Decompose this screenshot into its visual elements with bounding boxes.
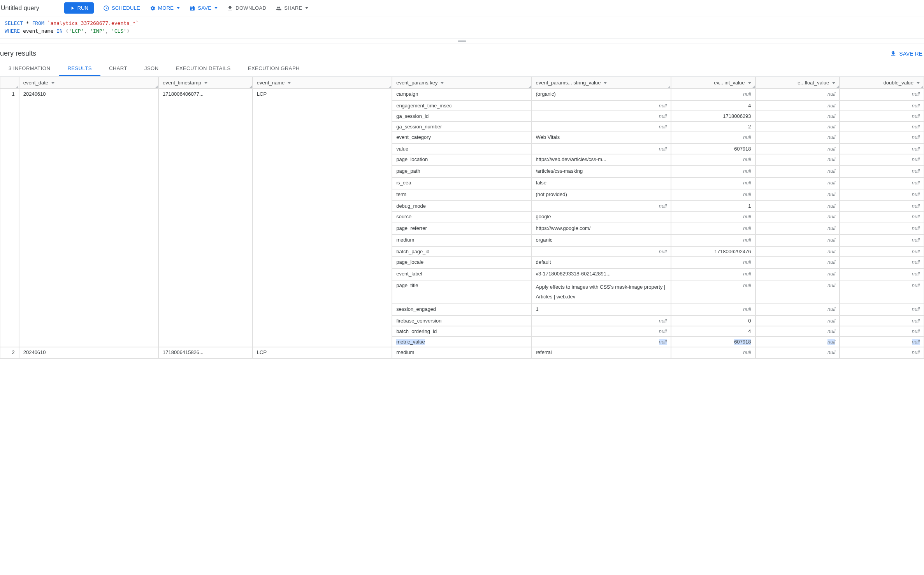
cell[interactable]: null [671,177,755,189]
cell[interactable]: null [532,111,671,121]
run-button[interactable]: RUN [64,2,94,14]
cell-event-name[interactable]: LCP [253,89,392,347]
cell[interactable]: null [755,166,840,177]
tab-execution-details[interactable]: EXECUTION DETAILS [167,61,239,76]
cell-event-timestamp[interactable]: 1718006415826... [158,347,253,359]
cell[interactable]: google [532,211,671,223]
cell[interactable]: null [671,132,755,144]
cell-key[interactable]: ga_session_number [392,121,531,132]
cell[interactable]: null [840,337,924,347]
cell[interactable]: 1718006292476 [671,246,755,257]
cell[interactable]: https://www.google.com/ [532,223,671,235]
cell-key[interactable]: ga_session_id [392,111,531,121]
cell[interactable]: null [532,316,671,326]
cell-key[interactable]: page_referrer [392,223,531,235]
cell[interactable]: null [532,326,671,337]
cell-key[interactable]: batch_page_id [392,246,531,257]
cell-key[interactable]: page_location [392,154,531,166]
tab-results[interactable]: RESULTS [59,61,100,76]
cell[interactable]: null [840,201,924,211]
cell[interactable]: null [840,132,924,144]
cell[interactable]: null [840,166,924,177]
cell-key[interactable]: event_category [392,132,531,144]
col-string-value[interactable]: event_params... string_value [532,77,671,89]
cell-key[interactable]: debug_mode [392,201,531,211]
cell-key[interactable]: event_label [392,268,531,280]
cell[interactable]: null [755,337,840,347]
cell[interactable]: null [532,246,671,257]
share-button[interactable]: SHARE [276,5,308,11]
cell-key[interactable]: page_title [392,280,531,304]
col-double-value[interactable]: double_value [840,77,924,89]
save-button[interactable]: SAVE [189,5,218,11]
cell-key[interactable]: engagement_time_msec [392,100,531,111]
tab-execution-graph[interactable]: EXECUTION GRAPH [239,61,308,76]
cell[interactable]: null [755,121,840,132]
cell[interactable]: 4 [671,100,755,111]
cell[interactable]: null [532,201,671,211]
cell[interactable]: null [755,111,840,121]
more-button[interactable]: MORE [149,5,180,11]
cell[interactable]: null [755,132,840,144]
cell[interactable]: null [840,121,924,132]
cell[interactable]: null [840,304,924,316]
col-int-value[interactable]: ev... int_value [671,77,755,89]
cell[interactable]: null [532,121,671,132]
cell[interactable]: null [671,268,755,280]
cell[interactable]: organic [532,235,671,246]
cell[interactable]: null [755,177,840,189]
cell[interactable]: 1 [532,304,671,316]
cell[interactable]: null [755,223,840,235]
cell[interactable]: null [671,347,755,359]
cell[interactable]: 1 [671,201,755,211]
cell-key[interactable]: value [392,144,531,154]
cell[interactable]: null [671,257,755,268]
col-event-timestamp[interactable]: event_timestamp [158,77,253,89]
cell-key[interactable]: medium [392,235,531,246]
cell[interactable]: null [840,326,924,337]
tab-chart[interactable]: CHART [100,61,136,76]
cell-key[interactable]: page_path [392,166,531,177]
col-event-name[interactable]: event_name [253,77,392,89]
cell[interactable]: https://web.dev/articles/css-m... [532,154,671,166]
cell[interactable]: null [671,166,755,177]
cell[interactable]: null [532,100,671,111]
cell[interactable]: 0 [671,316,755,326]
cell[interactable]: null [840,189,924,201]
cell[interactable]: null [755,211,840,223]
cell-key[interactable]: is_eea [392,177,531,189]
cell-key[interactable]: page_locale [392,257,531,268]
cell[interactable]: null [671,304,755,316]
cell[interactable]: referral [532,347,671,359]
cell-event-date[interactable]: 20240610 [19,89,158,347]
cell[interactable]: null [840,280,924,304]
cell[interactable]: null [755,235,840,246]
cell-key[interactable]: source [392,211,531,223]
cell-key[interactable]: term [392,189,531,201]
cell[interactable]: null [840,89,924,100]
cell[interactable]: null [671,211,755,223]
cell[interactable]: null [840,144,924,154]
col-event-params-key[interactable]: event_params.key [392,77,531,89]
cell-event-date[interactable]: 20240610 [19,347,158,359]
cell[interactable]: null [840,223,924,235]
cell[interactable]: (not provided) [532,189,671,201]
cell[interactable]: null [671,89,755,100]
cell[interactable]: 607918 [671,337,755,347]
cell[interactable]: null [755,304,840,316]
cell[interactable]: null [532,337,671,347]
download-button[interactable]: DOWNLOAD [227,5,266,11]
cell-key[interactable]: firebase_conversion [392,316,531,326]
tab-3-information[interactable]: 3 INFORMATION [0,61,59,76]
sql-editor[interactable]: SELECT * FROM `analytics_337268677.event… [0,16,924,39]
cell[interactable]: null [755,201,840,211]
cell[interactable]: 4 [671,326,755,337]
cell[interactable]: /articles/css-masking [532,166,671,177]
cell[interactable]: null [755,280,840,304]
cell[interactable]: null [840,100,924,111]
cell[interactable]: default [532,257,671,268]
col-row-number[interactable] [0,77,19,89]
cell[interactable]: null [840,246,924,257]
cell[interactable]: null [755,268,840,280]
cell[interactable]: null [840,257,924,268]
